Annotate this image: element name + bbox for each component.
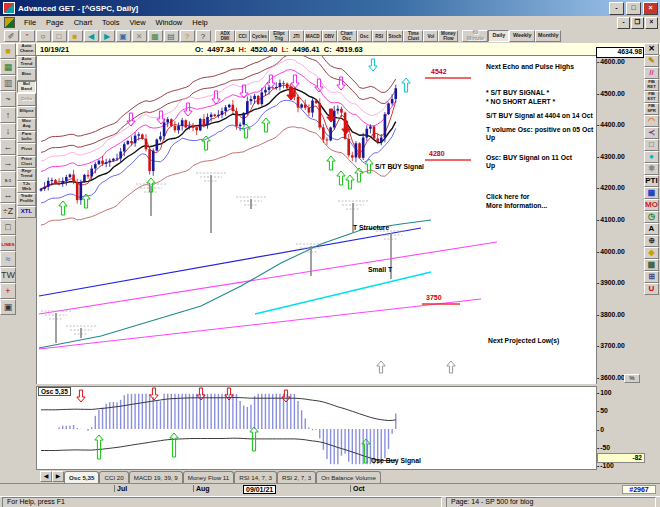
scroll-left-icon[interactable]: ← — [0, 139, 16, 155]
gann-fan-icon[interactable]: ◠ — [644, 115, 659, 127]
quote-page-icon[interactable]: ” — [20, 30, 35, 42]
study-button-adx-dmi[interactable]: ADX DMI — [215, 30, 235, 42]
study-button-auto-trend[interactable]: Auto Trend — [17, 56, 36, 69]
chart-annotation[interactable]: More Information... — [486, 202, 547, 209]
price-chart-pane[interactable]: 454242803750Next Echo and Pulse Highs* S… — [36, 55, 597, 385]
context-help-icon[interactable]: ? — [196, 30, 211, 42]
tjs-web-icon[interactable]: TW — [0, 267, 16, 283]
magnet-u-icon[interactable]: U — [644, 283, 659, 295]
study-button-ellipt-trig[interactable]: Ellipt Trig — [269, 30, 289, 42]
tab-rsi-14-7-3[interactable]: RSI 14, 7, 3 — [234, 471, 277, 483]
bar-spacing-icon[interactable]: ↔ — [0, 187, 16, 203]
auto-run-icon[interactable]: ▥ — [0, 75, 16, 91]
study-button-obv[interactable]: OBV — [322, 30, 337, 42]
open-chart-icon[interactable]: ■ — [0, 43, 16, 59]
menu-help[interactable]: Help — [187, 18, 212, 27]
axis-settings-button[interactable]: % — [624, 374, 640, 383]
pin-icon[interactable]: ✐ — [4, 30, 19, 42]
menu-window[interactable]: Window — [151, 18, 188, 27]
copy-page-icon[interactable]: ▣ — [116, 30, 131, 42]
study-button-chart-osc[interactable]: Chart Osc — [337, 30, 357, 42]
study-button-stoch[interactable]: Stoch — [387, 30, 404, 42]
mini-chart-icon[interactable]: ~ — [0, 91, 16, 107]
rectangle-tool-icon[interactable]: □ — [644, 139, 659, 151]
close-button[interactable]: × — [643, 2, 658, 15]
study-button-rsi[interactable]: RSI — [372, 30, 387, 42]
scroll-right-icon[interactable]: → — [0, 155, 16, 171]
study-button-para-bolic[interactable]: Para bolic — [17, 131, 36, 144]
interval-button-monthly[interactable]: Monthly — [535, 30, 561, 42]
prev-page-icon[interactable]: ◀ — [84, 30, 99, 42]
oscillator-pane[interactable]: Osc Buy Signal — [36, 386, 597, 470]
box-tool-icon[interactable]: □ — [0, 219, 16, 235]
menu-file[interactable]: File — [19, 18, 41, 27]
print-icon[interactable]: ▤ — [164, 30, 179, 42]
chart-annotation[interactable]: Click here for — [486, 193, 530, 200]
study-button-xtl[interactable]: XTL — [17, 206, 36, 219]
page-tile-icon[interactable]: ▦ — [0, 59, 16, 75]
study-button-bol-band[interactable]: Bol Band — [17, 81, 36, 94]
menu-tools[interactable]: Tools — [97, 18, 125, 27]
time-marker-icon[interactable]: ◷ — [644, 211, 659, 223]
scroll-down-icon[interactable]: ↓ — [0, 123, 16, 139]
study-button-money-flow[interactable]: Money Flow — [438, 30, 458, 42]
pti-icon[interactable]: PTI — [644, 175, 659, 187]
mob-icon[interactable]: MOB — [644, 199, 659, 211]
tab-macd-19-39-9[interactable]: MACD 19, 39, 9 — [129, 471, 183, 483]
child-close-button[interactable]: × — [645, 17, 658, 29]
elliott-waves-icon[interactable]: ≈ — [0, 251, 16, 267]
copy-pages-icon[interactable]: ⊞ — [644, 271, 659, 283]
about-help-icon[interactable]: ? — [180, 30, 195, 42]
study-button-bias[interactable]: Bias — [17, 68, 36, 81]
study-button-price-clust[interactable]: Price Clust — [17, 156, 36, 169]
study-button-cci[interactable]: CCI — [235, 30, 250, 42]
paint-icon[interactable]: ◆ — [644, 247, 659, 259]
study-button-regr-trend[interactable]: Regr Trend — [17, 168, 36, 181]
study-button-macd[interactable]: MACD — [304, 30, 322, 42]
study-button-auto-chann[interactable]: Auto Chann — [17, 43, 36, 56]
tab-rsi-2-7-3[interactable]: RSI 2, 7, 3 — [277, 471, 316, 483]
oscillator-axis[interactable]: -82 100500-50-100 — [597, 386, 644, 470]
pencil-icon[interactable]: ✎ — [644, 55, 659, 67]
open-page-icon[interactable]: ■ — [68, 30, 83, 42]
study-button-mov-avg[interactable]: Mov Avg — [17, 118, 36, 131]
eraser-icon[interactable]: ✱ — [644, 163, 659, 175]
minimize-button[interactable]: - — [609, 2, 624, 15]
study-button-osc[interactable]: Osc — [357, 30, 372, 42]
study-button-cycles[interactable]: Cycles — [250, 30, 269, 42]
menu-chart[interactable]: Chart — [69, 18, 97, 27]
interval-button-weekly[interactable]: Weekly — [509, 30, 535, 42]
study-button-trade-profile[interactable]: Trade Profile — [17, 193, 36, 206]
ellipse-tool-icon[interactable]: ● — [644, 151, 659, 163]
interval-button-daily[interactable]: Daily — [488, 30, 509, 42]
study-button-vol[interactable]: Vol — [423, 30, 438, 42]
interval-button-60-minute[interactable]: 60 Minute — [462, 30, 488, 42]
delete-page-icon[interactable]: ✕ — [132, 30, 147, 42]
study-button-ellipse[interactable]: Ellipse — [17, 106, 36, 119]
pointer-cross-icon[interactable]: ✕ — [644, 43, 659, 55]
tab-scroll-right[interactable]: ▶ — [52, 471, 64, 482]
child-minimize-button[interactable]: - — [617, 17, 630, 29]
chart-window-icon[interactable]: ▣ — [0, 299, 16, 315]
fib-retracement-icon[interactable]: FIB RET — [644, 79, 659, 91]
time-axis[interactable]: #2967 JulAug09/01/21Oct — [0, 483, 660, 497]
study-button-time-clust[interactable]: Time Clust — [403, 30, 423, 42]
study-button-jti[interactable]: JTI — [289, 30, 304, 42]
hatch-grid-icon[interactable]: ▩ — [644, 259, 659, 271]
fib-spiral-icon[interactable]: FIB SPR — [644, 103, 659, 115]
menu-page[interactable]: Page — [41, 18, 69, 27]
trendlines-icon[interactable]: // — [644, 67, 659, 79]
next-page-icon[interactable]: ▶ — [100, 30, 115, 42]
study-button-delta[interactable]: Delta — [17, 93, 36, 106]
zoom-tool-icon[interactable]: ⊕ — [644, 235, 659, 247]
page-setup-icon[interactable]: ▦ — [148, 30, 163, 42]
search-icon[interactable]: ○ — [36, 30, 51, 42]
grid-study-icon[interactable]: ▦ — [644, 187, 659, 199]
tab-cci-20[interactable]: CCI 20 — [99, 471, 128, 483]
scroll-up-icon[interactable]: ↑ — [0, 107, 16, 123]
add-cross-icon[interactable]: + — [0, 283, 16, 299]
study-button-pivot[interactable]: Pivot — [17, 143, 36, 156]
study-button-tjs-web[interactable]: TJs Web — [17, 181, 36, 194]
tab-money-flow-11[interactable]: Money Flow 11 — [183, 471, 235, 483]
fib-extension-icon[interactable]: FIB EXT — [644, 91, 659, 103]
